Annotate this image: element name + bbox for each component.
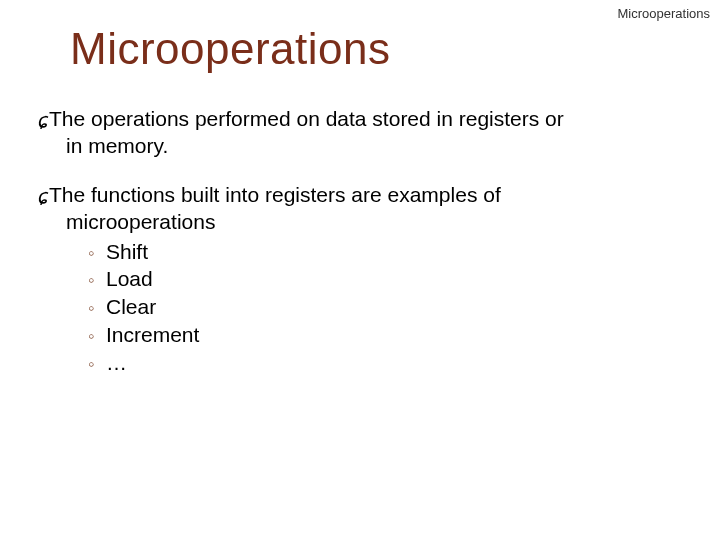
list-item: Load [88, 265, 690, 293]
list-item-label: Shift [106, 240, 148, 263]
bullet-item: ɕThe operations performed on data stored… [36, 106, 690, 160]
page-title: Microoperations [70, 24, 391, 74]
content-area: ɕThe operations performed on data stored… [36, 106, 690, 398]
header-label: Microoperations [618, 6, 711, 21]
sub-list: Shift Load Clear Increment … [88, 238, 690, 377]
list-item: Increment [88, 321, 690, 349]
list-item: Shift [88, 238, 690, 266]
swirl-bullet-icon: ɕ [35, 107, 49, 134]
list-item-label: Clear [106, 295, 156, 318]
swirl-bullet-icon: ɕ [35, 183, 49, 210]
bullet-text-line1: The functions built into registers are e… [49, 183, 501, 206]
bullet-text-line2: microoperations [66, 209, 690, 236]
list-item-label: … [106, 351, 127, 374]
list-item-label: Increment [106, 323, 199, 346]
bullet-text-line2: in memory. [66, 133, 690, 160]
bullet-item: ɕThe functions built into registers are … [36, 182, 690, 377]
list-item-label: Load [106, 267, 153, 290]
list-item: Clear [88, 293, 690, 321]
list-item: … [88, 349, 690, 377]
bullet-text-line1: The operations performed on data stored … [49, 107, 564, 130]
